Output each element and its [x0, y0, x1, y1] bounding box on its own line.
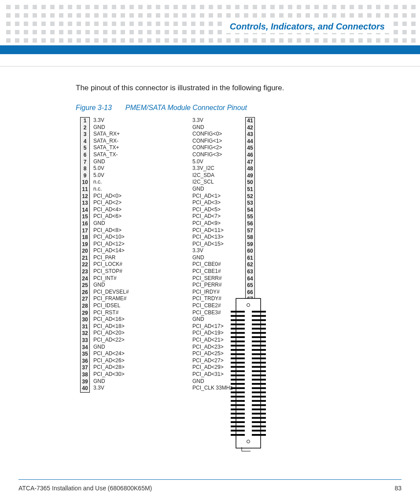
- pin-number: 59: [246, 241, 254, 248]
- pin-number: 16: [81, 221, 89, 228]
- pin-signal: n.c.: [93, 186, 142, 193]
- pin-number: 35: [81, 351, 89, 358]
- svg-rect-26: [252, 357, 266, 359]
- pin-signal: GND: [93, 282, 142, 289]
- pin-signal: PCI_AD<26>: [93, 357, 142, 364]
- header-dot-row: [0, 5, 420, 9]
- svg-rect-37: [231, 383, 245, 385]
- pin-number: 54: [246, 207, 254, 214]
- pin-signal: PCI_PERR#: [192, 282, 241, 289]
- header-dot-row: [0, 38, 420, 43]
- pin-number: 63: [246, 269, 254, 276]
- pin-signal: PCI_INT#: [93, 275, 142, 282]
- pin-number: 42: [246, 125, 254, 132]
- svg-rect-57: [231, 426, 245, 427]
- pin-signal: PCI_AD<24>: [93, 350, 142, 357]
- svg-rect-28: [252, 362, 266, 364]
- pin-number: 60: [246, 248, 254, 255]
- pin-number: 58: [246, 234, 254, 241]
- pin-number: 7: [81, 159, 89, 166]
- pin-number: 28: [81, 303, 89, 310]
- pin-signal: PCI_AD<11>: [192, 227, 241, 234]
- pin-number: 57: [246, 228, 254, 235]
- svg-rect-15: [231, 336, 245, 338]
- pin-signal: PCI_AD<20>: [93, 330, 142, 337]
- svg-rect-46: [252, 400, 266, 402]
- pin-number: 13: [81, 200, 89, 207]
- svg-rect-19: [231, 345, 245, 346]
- figure-caption: Figure 3-13 PMEM/SATA Module Connector P…: [76, 104, 247, 112]
- pin-signal: PCI_DEVSEL#: [93, 289, 142, 296]
- pin-number: 24: [81, 276, 89, 283]
- svg-rect-58: [252, 426, 266, 427]
- pin-number: 34: [81, 344, 89, 351]
- footer-doc-id: ATCA-7365 Installation and Use (6806800K…: [18, 485, 152, 492]
- pin-number: 5: [81, 145, 89, 152]
- pin-signal: PCI_IDSEL: [93, 302, 142, 309]
- pin-number: 41: [246, 118, 254, 125]
- pin-number: 33: [81, 337, 89, 344]
- pin-number: 47: [246, 159, 254, 166]
- header-rule: [0, 66, 420, 66]
- pin-signal: PCI_LOCK#: [93, 261, 142, 268]
- svg-rect-38: [252, 383, 266, 385]
- svg-rect-12: [252, 328, 266, 330]
- pin-signals-left: 3.3VGNDSATA_RX+SATA_RX-SATA_TX+SATA_TX-G…: [93, 117, 142, 392]
- pin-number: 26: [81, 289, 89, 296]
- pin-signal: PCI_AD<0>: [93, 193, 142, 200]
- svg-rect-54: [252, 417, 266, 419]
- pin-number: 27: [81, 296, 89, 303]
- pin-number: 3: [81, 131, 89, 138]
- pin-signal: PCI_AD<28>: [93, 364, 142, 371]
- svg-rect-55: [231, 421, 245, 423]
- pin-numbers-left: 1234567891011121314151617181920212223242…: [80, 117, 90, 393]
- pin-signal: CONFIG<1>: [192, 138, 241, 145]
- pin-number: 2: [81, 125, 89, 132]
- svg-rect-29: [231, 366, 245, 368]
- pin-number: 64: [246, 276, 254, 283]
- svg-rect-23: [231, 353, 245, 355]
- pin-signal: PCI_AD<4>: [93, 206, 142, 213]
- svg-rect-14: [252, 332, 266, 334]
- svg-rect-45: [231, 400, 245, 402]
- pin-signal: GND: [192, 186, 241, 193]
- svg-rect-50: [252, 408, 266, 410]
- svg-rect-42: [252, 391, 266, 393]
- pin-number: 17: [81, 228, 89, 235]
- pin-number: 56: [246, 221, 254, 228]
- pin-number: 44: [246, 138, 254, 145]
- pin-signal: GND: [93, 220, 142, 227]
- pin-number: 15: [81, 213, 89, 221]
- svg-rect-59: [231, 430, 245, 431]
- svg-rect-47: [231, 404, 245, 406]
- pin-signal: GND: [93, 124, 142, 131]
- section-title: Controls, Indicators, and Connectors: [225, 20, 389, 33]
- svg-rect-44: [252, 396, 266, 397]
- svg-rect-40: [252, 387, 266, 389]
- pin-signal: PCI_AD<13>: [192, 234, 241, 241]
- pin-number: 43: [246, 131, 254, 138]
- pin-signal: GND: [93, 378, 142, 385]
- pin-signal: 3.3V: [93, 117, 142, 124]
- pin-signal: GND: [192, 254, 241, 261]
- pin-number: 25: [81, 282, 89, 289]
- pin-signal: CONFIG<0>: [192, 131, 241, 138]
- pin-signal: PCI_FRAME#: [93, 295, 142, 302]
- pin-number: 49: [246, 173, 254, 180]
- svg-rect-21: [231, 349, 245, 351]
- svg-rect-10: [252, 324, 266, 325]
- pin-number: 62: [246, 261, 254, 269]
- pin-number: 1: [81, 118, 89, 125]
- svg-rect-48: [252, 404, 266, 406]
- svg-rect-36: [252, 379, 266, 381]
- svg-rect-25: [231, 357, 245, 359]
- pin-number: 37: [81, 364, 89, 372]
- pin-signal: PCI_AD<22>: [93, 337, 142, 344]
- svg-rect-30: [252, 366, 266, 368]
- pin-signal: SATA_RX+: [93, 131, 142, 138]
- pin-number: 55: [246, 213, 254, 221]
- pin-number: 31: [81, 324, 89, 331]
- svg-rect-31: [231, 370, 245, 372]
- pin-signal: GND: [93, 158, 142, 166]
- pin-signal: GND: [93, 344, 142, 351]
